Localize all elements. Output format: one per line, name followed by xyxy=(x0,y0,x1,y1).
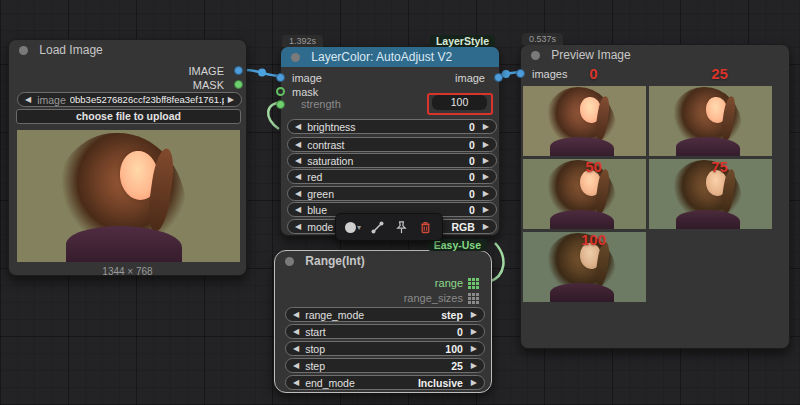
input-port-image[interactable] xyxy=(276,73,285,82)
preview-cell: 50 xyxy=(523,159,646,229)
widget-end-mode[interactable]: ◀end_modeInclusive▶ xyxy=(285,375,485,390)
strength-label-annotation: 75 xyxy=(711,158,728,175)
input-port-strength[interactable] xyxy=(276,100,285,109)
strength-label-annotation: 50 xyxy=(585,158,602,175)
list-output-icon-gray[interactable] xyxy=(468,293,479,304)
widget-red[interactable]: ◀red0▶ xyxy=(287,169,497,184)
increment-icon[interactable]: ▶ xyxy=(483,123,489,131)
decrement-icon[interactable]: ◀ xyxy=(293,328,299,336)
input-port-images[interactable] xyxy=(516,69,525,78)
decrement-icon[interactable]: ◀ xyxy=(293,362,299,370)
input-label-strength: strength xyxy=(301,98,341,110)
node-graph-canvas[interactable]: Load Image IMAGE MASK ◀ image 0bb3e52768… xyxy=(0,0,800,405)
node-preview-image[interactable]: 0.537s Preview Image images 0 25 50 75 1… xyxy=(520,44,790,349)
increment-icon[interactable]: ▶ xyxy=(471,362,477,370)
pin-icon[interactable] xyxy=(393,219,410,236)
output-label-range-sizes: range_sizes xyxy=(404,292,463,304)
node-layercolor-autoadjust[interactable]: 1.392s LayerStyle LayerColor: AutoAdjust… xyxy=(280,46,500,236)
combo-next-icon[interactable]: ▶ xyxy=(228,96,234,104)
widget-contrast[interactable]: ◀contrast0▶ xyxy=(287,137,497,152)
node-title-bar[interactable]: Range(Int) xyxy=(275,251,491,272)
node-title: Range(Int) xyxy=(305,254,364,268)
node-load-image[interactable]: Load Image IMAGE MASK ◀ image 0bb3e52768… xyxy=(8,39,247,276)
collapse-dot[interactable] xyxy=(291,53,300,62)
preview-cell: 25 xyxy=(649,86,772,156)
decrement-icon[interactable]: ◀ xyxy=(293,345,299,353)
loaded-image-preview xyxy=(17,130,240,262)
combo-prev-icon[interactable]: ◀ xyxy=(25,96,31,104)
combo-value: 0bb3e5276826ccf23bff8fea3ef1761.png xyxy=(70,94,224,105)
decrement-icon[interactable]: ◀ xyxy=(295,157,301,165)
increment-icon[interactable]: ▶ xyxy=(471,345,477,353)
wire-midpoint-dot xyxy=(258,69,266,77)
node-range-int[interactable]: Easy-Use Range(Int) range range_sizes ◀r… xyxy=(274,250,492,393)
preview-thumbnail xyxy=(649,86,772,156)
increment-icon[interactable]: ▶ xyxy=(483,223,489,231)
strength-annotation-box xyxy=(427,93,493,115)
preview-cell: 0 xyxy=(523,86,646,156)
output-label-range: range xyxy=(435,277,463,289)
decrement-icon[interactable]: ◀ xyxy=(293,311,299,319)
output-label-image: image xyxy=(455,72,485,84)
strength-label-annotation: 0 xyxy=(589,65,597,82)
output-port-image[interactable] xyxy=(234,66,243,75)
node-title: Preview Image xyxy=(551,48,630,62)
increment-icon[interactable]: ▶ xyxy=(483,190,489,198)
input-label-mask: mask xyxy=(292,86,318,98)
collapse-dot[interactable] xyxy=(19,46,28,55)
layerstyle-badge: LayerStyle xyxy=(430,35,495,47)
list-output-icon-green[interactable] xyxy=(468,278,479,289)
increment-icon[interactable]: ▶ xyxy=(471,311,477,319)
strength-label-annotation: 100 xyxy=(581,231,606,248)
image-file-combo[interactable]: ◀ image 0bb3e5276826ccf23bff8fea3ef1761.… xyxy=(17,92,242,107)
input-label-images: images xyxy=(532,68,567,80)
increment-icon[interactable]: ▶ xyxy=(471,328,477,336)
input-label-image: image xyxy=(292,72,322,84)
collapse-dot[interactable] xyxy=(285,257,294,266)
node-color-icon[interactable]: ▾ xyxy=(345,219,362,236)
preview-thumbnail xyxy=(523,86,646,156)
decrement-icon[interactable]: ◀ xyxy=(295,206,301,214)
decrement-icon[interactable]: ◀ xyxy=(293,379,299,387)
increment-icon[interactable]: ▶ xyxy=(483,206,489,214)
widget-stop[interactable]: ◀stop100▶ xyxy=(285,341,485,356)
output-port-image[interactable] xyxy=(494,73,503,82)
widget-green[interactable]: ◀green0▶ xyxy=(287,186,497,201)
delete-icon[interactable] xyxy=(417,219,434,236)
preview-cell: 75 xyxy=(649,159,772,229)
strength-label-annotation: 25 xyxy=(711,65,728,82)
widget-saturation[interactable]: ◀saturation0▶ xyxy=(287,153,497,168)
widget-brightness[interactable]: ◀brightness0▶ xyxy=(287,119,497,134)
selection-toolbox[interactable]: ▾ xyxy=(335,213,443,241)
node-title-bar[interactable]: Preview Image xyxy=(521,45,789,66)
widget-step[interactable]: ◀step25▶ xyxy=(285,358,485,373)
execution-time-badge: 1.392s xyxy=(282,35,323,47)
output-label-image: IMAGE xyxy=(189,65,224,77)
node-title-bar[interactable]: LayerColor: AutoAdjust V2 xyxy=(281,47,499,67)
decrement-icon[interactable]: ◀ xyxy=(295,141,301,149)
node-title: LayerColor: AutoAdjust V2 xyxy=(311,50,452,64)
output-port-mask[interactable] xyxy=(234,80,243,89)
decrement-icon[interactable]: ◀ xyxy=(295,123,301,131)
bypass-icon[interactable] xyxy=(369,219,386,236)
increment-icon[interactable]: ▶ xyxy=(483,173,489,181)
increment-icon[interactable]: ▶ xyxy=(483,141,489,149)
choose-file-button[interactable]: choose file to upload xyxy=(16,109,241,124)
preview-cell: 100 xyxy=(523,232,646,302)
node-title-bar[interactable]: Load Image xyxy=(9,40,246,61)
output-label-mask: MASK xyxy=(193,79,224,91)
chevron-down-icon: ▾ xyxy=(357,223,361,232)
execution-time-badge: 0.537s xyxy=(522,33,563,45)
node-title: Load Image xyxy=(39,43,102,57)
decrement-icon[interactable]: ◀ xyxy=(295,173,301,181)
decrement-icon[interactable]: ◀ xyxy=(295,223,301,231)
input-port-mask[interactable] xyxy=(276,87,285,96)
widget-start[interactable]: ◀start0▶ xyxy=(285,324,485,339)
wire-midpoint-dot xyxy=(502,70,510,78)
increment-icon[interactable]: ▶ xyxy=(483,157,489,165)
decrement-icon[interactable]: ◀ xyxy=(295,190,301,198)
collapse-dot[interactable] xyxy=(531,51,540,60)
combo-label: image xyxy=(37,94,66,106)
increment-icon[interactable]: ▶ xyxy=(471,379,477,387)
widget-range-mode[interactable]: ◀range_modestep▶ xyxy=(285,307,485,322)
